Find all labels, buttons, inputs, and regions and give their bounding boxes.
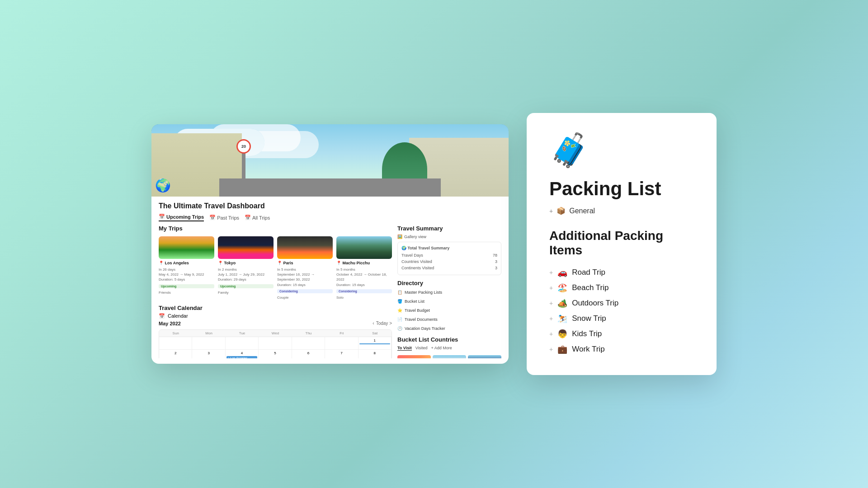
cal-cell: 5 <box>259 350 292 358</box>
day-fri: Fri <box>325 330 358 337</box>
bucket-country-japan[interactable]: Japan Asia <box>433 355 466 358</box>
day-wed: Wed <box>259 330 292 337</box>
packing-item-kids-trip[interactable]: + 👦 Kids Trip <box>549 326 694 342</box>
cal-cell: 4↑ Los AngelesIn 26 daysDuration: 5 days <box>226 350 259 358</box>
general-emoji: 📦 <box>557 206 566 215</box>
bucket-country-uk[interactable]: United Kingdom Europe <box>468 355 501 358</box>
day-sun: Sun <box>159 330 192 337</box>
beach-trip-label: Beach Trip <box>572 283 609 292</box>
bucket-list-section: Bucket List Countries To Visit Visited +… <box>397 336 501 358</box>
outdoors-trip-label: Outdoors Trip <box>572 299 618 308</box>
vacation-icon: 🕐 <box>397 326 402 331</box>
additional-packing-title: Additional Packing Items <box>549 229 694 258</box>
trip-name-machu: 📍 Machu Picchu <box>336 261 392 265</box>
summary-section: Travel Summary 🖼️ Gallery view 🌍 Total T… <box>397 225 501 275</box>
trip-with-paris: Couple <box>277 295 333 300</box>
dir-item-docs[interactable]: 📄 Travel Documents <box>397 316 501 323</box>
packing-item-road-trip[interactable]: + 🚗 Road Trip <box>549 265 694 280</box>
summary-card: 🌍 Total Travel Summary Travel Days 78 Co… <box>397 242 501 275</box>
summary-row-countries: Countries Visited 3 <box>401 258 497 265</box>
cal-cell <box>325 337 358 350</box>
cal-cell <box>192 337 225 350</box>
bucket-tab-visited[interactable]: Visited <box>415 346 428 351</box>
globe-icon: 🌍 <box>155 178 171 193</box>
dir-item-vacation[interactable]: 🕐 Vacation Days Tracker <box>397 325 501 332</box>
trip-with-machu: Solo <box>336 295 392 300</box>
dashboard-tabs: 📅 Upcoming Trips 📅 Past Trips 📅 All Trip… <box>159 214 501 221</box>
bucket-grid: Italy Europe Japan Asia <box>397 355 501 358</box>
trips-grid: 📍 Los Angeles In 26 days May 4, 2022 → M… <box>159 236 392 300</box>
bucket-tab-tovisit[interactable]: To Visit <box>397 346 412 351</box>
day-tue: Tue <box>226 330 259 337</box>
dir-item-bucket[interactable]: 🪣 Bucket List <box>397 298 501 305</box>
dashboard-title: The Ultimate Travel Dashboard <box>159 202 501 210</box>
packing-icon: 📋 <box>397 290 402 295</box>
cal-cell: 1 <box>359 337 392 350</box>
plus-icon: + <box>549 330 553 338</box>
trip-card-tokyo[interactable]: 📍 Tokyo In 2 months July 1, 2022 → July … <box>218 236 274 300</box>
calendar-header: 📅 Calendar <box>159 313 392 319</box>
trip-thumb-machu <box>336 236 392 259</box>
plus-icon: + <box>549 346 553 353</box>
trip-card-paris[interactable]: 📍 Paris In 5 months September 16, 2022 →… <box>277 236 333 300</box>
packing-item-beach-trip[interactable]: + 🏖️ Beach Trip <box>549 280 694 296</box>
trip-badge-la: Upcoming <box>159 284 214 288</box>
directory-title: Directory <box>397 280 501 286</box>
dir-item-packing[interactable]: 📋 Master Packing Lists <box>397 289 501 296</box>
bucket-tab-add[interactable]: + Add More <box>431 346 452 351</box>
trip-card-la[interactable]: 📍 Los Angeles In 26 days May 4, 2022 → M… <box>159 236 214 300</box>
trip-badge-tokyo: Upcoming <box>218 284 274 288</box>
tab-all-trips[interactable]: 📅 All Trips <box>245 214 270 221</box>
packing-item-work-trip[interactable]: + 💼 Work Trip <box>549 342 694 357</box>
summary-row-days: Travel Days 78 <box>401 252 497 258</box>
trip-meta-tokyo: In 2 months July 1, 2022 → July 29, 2022… <box>218 267 274 282</box>
calendar-icon-3: 📅 <box>245 215 251 221</box>
dir-item-budget[interactable]: ⭐ Travel Budget <box>397 307 501 314</box>
trip-with-tokyo: Family <box>218 290 274 295</box>
bucket-img-italy <box>397 355 431 358</box>
packing-item-snow-trip[interactable]: + ⛷️ Snow Trip <box>549 311 694 326</box>
general-item[interactable]: + 📦 General <box>549 206 694 215</box>
trip-with-la: Friends <box>159 290 214 295</box>
plus-icon: + <box>549 269 553 276</box>
my-trips-title: My Trips <box>159 225 392 232</box>
calendar-label: Calendar <box>168 313 188 319</box>
gallery-icon: 🖼️ <box>397 235 402 239</box>
bucket-tabs: To Visit Visited + Add More <box>397 346 501 351</box>
trip-badge-paris: Considering <box>277 289 333 293</box>
bucket-country-italy[interactable]: Italy Europe <box>397 355 431 358</box>
event-la-start: ↑ Los Angeles <box>226 356 257 358</box>
hero-image: 20 🌍 <box>151 124 509 197</box>
tab-upcoming-trips[interactable]: 📅 Upcoming Trips <box>159 214 204 221</box>
left-content: My Trips 📍 Los Angeles In 26 days May 4,… <box>159 225 392 358</box>
sign-post <box>242 151 245 183</box>
tab-past-trips[interactable]: 📅 Past Trips <box>209 214 239 221</box>
today-button[interactable]: Today > <box>376 321 392 326</box>
directory-section: Directory 📋 Master Packing Lists 🪣 Bucke… <box>397 280 501 332</box>
cal-cell: 3 <box>192 350 225 358</box>
kids-trip-emoji: 👦 <box>557 329 567 339</box>
bucket-img-uk <box>468 355 501 358</box>
bucket-title: Bucket List Countries <box>397 336 501 343</box>
street-scene: 20 <box>151 124 509 197</box>
prev-month[interactable]: ‹ <box>373 321 374 326</box>
plus-icon: + <box>549 315 553 322</box>
trip-name-tokyo: 📍 Tokyo <box>218 261 274 265</box>
suitcase-emoji: 🧳 <box>549 131 694 169</box>
calendar-section-title: Travel Calendar <box>159 305 392 311</box>
cal-cell: 6 <box>292 350 325 358</box>
plus-icon: + <box>549 284 553 291</box>
packing-item-outdoors-trip[interactable]: + 🏕️ Outdoors Trip <box>549 296 694 311</box>
budget-icon: ⭐ <box>397 308 402 313</box>
cal-cell: 7 <box>325 350 358 358</box>
trip-thumb-paris <box>277 236 333 259</box>
packing-list-title: Packing List <box>549 178 694 199</box>
trip-meta-machu: In 5 months October 4, 2022 → October 18… <box>336 267 392 287</box>
trip-card-machu[interactable]: 📍 Machu Picchu In 5 months October 4, 20… <box>336 236 392 300</box>
cal-cell <box>226 337 259 350</box>
speed-sign: 20 <box>236 139 251 154</box>
trip-thumb-la <box>159 236 214 259</box>
trip-name-la: 📍 Los Angeles <box>159 261 214 265</box>
trip-badge-machu: Considering <box>336 289 392 293</box>
calendar-nav[interactable]: ‹ Today > <box>373 321 392 326</box>
